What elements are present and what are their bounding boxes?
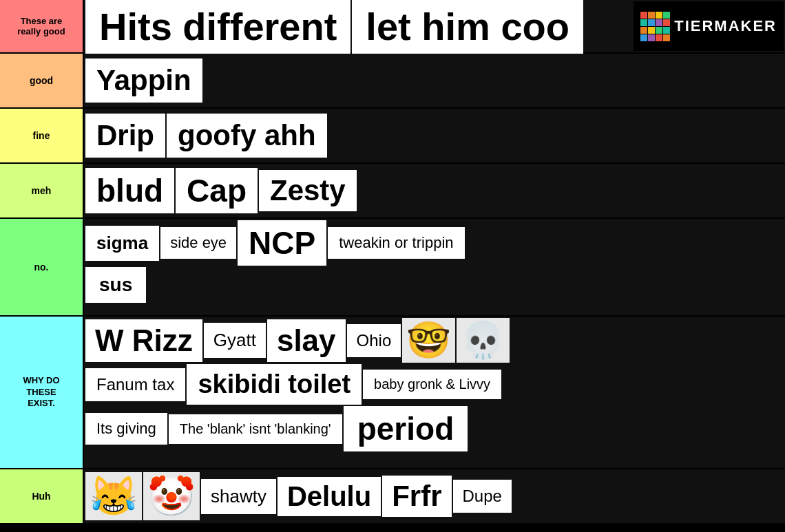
item-nerd-emoji: 🤓 <box>402 318 455 363</box>
item-let-him-cook: let him coo <box>352 0 583 54</box>
item-laugh-cry-emoji: 😹 <box>85 472 142 520</box>
tier-items-why: W Rizz Gyatt slay Ohio 🤓 💀 Fanum tax ski… <box>84 317 785 468</box>
item-its-giving: Its giving <box>85 413 167 445</box>
logo-text: TiERMAKER <box>674 17 777 35</box>
item-ncp: NCP <box>238 220 326 266</box>
tier-items-fine: Drip goofy ahh <box>84 109 785 162</box>
item-cap: Cap <box>176 168 258 213</box>
tier-row-no: no. sigma side eye NCP tweakin or trippi… <box>0 219 785 317</box>
tier-items-huh: 😹 🤡 shawty Delulu Frfr Dupe <box>84 469 785 523</box>
tier-row-meh: meh blud Cap Zesty <box>0 164 785 219</box>
item-frfr: Frfr <box>382 476 451 517</box>
item-shawty: shawty <box>201 479 276 514</box>
item-baby-gronk: baby gronk & Livvy <box>363 370 501 399</box>
tier-row-huh: Huh 😹 🤡 shawty Delulu Frfr Dupe <box>0 469 785 524</box>
tier-items-row-no-1: sigma side eye NCP tweakin or trippin <box>85 220 784 266</box>
tier-items-no: sigma side eye NCP tweakin or trippin su… <box>84 219 785 315</box>
tier-items-meh: blud Cap Zesty <box>84 164 785 217</box>
item-blud: blud <box>85 168 174 213</box>
tier-label-why: WHY DOTHESEEXIST. <box>0 317 84 468</box>
tiermaker-logo: TiERMAKER <box>634 1 784 51</box>
tier-row-fine: fine Drip goofy ahh <box>0 109 785 164</box>
item-ohio: Ohio <box>347 324 401 357</box>
item-goofy-ahh: goofy ahh <box>167 114 327 158</box>
tier-label-huh: Huh <box>0 469 84 523</box>
item-dupe: Dupe <box>453 480 512 513</box>
tier-items-row-why-3: Its giving The 'blank' isnt 'blanking' p… <box>85 406 784 451</box>
tier-label-no: no. <box>0 219 84 315</box>
tier-items-s: Hits different let him coo <box>84 0 785 52</box>
tier-items-row-why-1: W Rizz Gyatt slay Ohio 🤓 💀 <box>85 318 784 363</box>
item-period: period <box>344 406 468 451</box>
logo-grid-icon <box>640 12 670 41</box>
item-slay: slay <box>267 319 346 362</box>
item-fanum-tax: Fanum tax <box>85 368 185 401</box>
tier-row-s: These arereally good Hits different let … <box>0 0 785 54</box>
item-skull-emoji: 💀 <box>457 318 510 363</box>
tier-label-meh: meh <box>0 164 84 217</box>
item-skibidi-toilet: skibidi toilet <box>187 364 362 405</box>
item-sigma: sigma <box>85 226 159 261</box>
tier-items-row-no-2: sus <box>85 267 784 303</box>
item-clown-emoji: 🤡 <box>143 472 200 520</box>
item-yappin: Yappin <box>85 58 202 103</box>
item-blank-isnt-blanking: The 'blank' isnt 'blanking' <box>169 414 342 444</box>
tier-items-row-why-2: Fanum tax skibidi toilet baby gronk & Li… <box>85 364 784 405</box>
tier-label-s: These arereally good <box>0 0 84 52</box>
tier-label-good: good <box>0 54 84 107</box>
item-zesty: Zesty <box>259 170 357 211</box>
item-tweakin: tweakin or trippin <box>328 227 464 259</box>
item-side-eye: side eye <box>160 227 236 259</box>
tier-row-good: good Yappin <box>0 54 785 109</box>
tier-items-good: Yappin <box>84 54 785 107</box>
item-drip: Drip <box>85 114 165 158</box>
item-sus: sus <box>85 267 146 303</box>
item-hits-different: Hits different <box>85 0 350 54</box>
item-delulu: Delulu <box>278 477 381 516</box>
item-w-rizz: W Rizz <box>85 319 202 362</box>
tier-label-fine: fine <box>0 109 84 162</box>
tier-row-why: WHY DOTHESEEXIST. W Rizz Gyatt slay Ohio… <box>0 317 785 469</box>
item-gyatt: Gyatt <box>204 323 266 358</box>
